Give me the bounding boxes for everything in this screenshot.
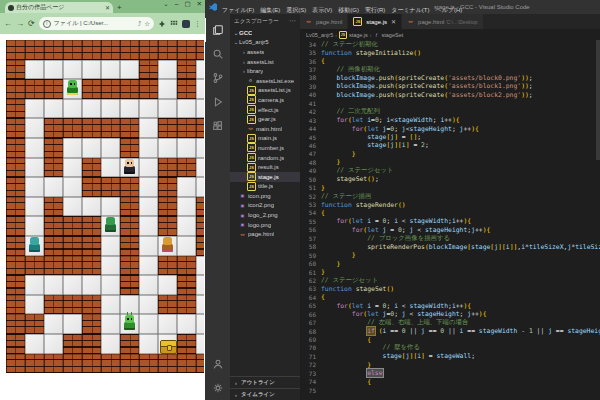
code-line-54[interactable]: 54{ [300, 209, 600, 217]
editor-tab-stage.js[interactable]: JSstage.js✕ [348, 14, 402, 29]
tree-item-result.js[interactable]: JSresult.js [230, 162, 300, 172]
code-line-45[interactable]: 45 stage[j] = []; [300, 133, 600, 141]
game-canvas[interactable] [6, 40, 204, 374]
minimize-icon[interactable]: – [175, 1, 179, 8]
tree-item-gear.js[interactable]: JSgear.js [230, 114, 300, 124]
code-line-38[interactable]: 38 blockImage.push(spriteCreate('assets/… [300, 74, 600, 82]
code-line-52[interactable]: 52// ステージ描画 [300, 192, 600, 200]
code-line-44[interactable]: 44 for(let j=0; j<stageHeight; j++){ [300, 124, 600, 132]
code-line-40[interactable]: 40 blockImage.push(spriteCreate('assets/… [300, 91, 600, 99]
menu-item[interactable]: ターミナル(T) [388, 7, 432, 13]
extensions-icon[interactable] [205, 114, 230, 138]
tab-close-icon[interactable]: ✕ [391, 18, 396, 25]
code-line-60[interactable]: 60 } [300, 259, 600, 267]
tree-item-page.html[interactable]: <>page.html [230, 229, 300, 239]
menu-item[interactable]: 表示(V) [309, 7, 335, 13]
tree-item-logo.png[interactable]: ▣logo.png [230, 220, 300, 230]
tree-item-Lv05_anjr5[interactable]: ⌄Lv05_anjr5 [230, 38, 300, 48]
menu-item[interactable]: 移動(G) [335, 7, 362, 13]
source-control-icon[interactable] [205, 66, 230, 90]
code-line-55[interactable]: 55 for(let i = 0; i < stageWidth;i++){ [300, 217, 600, 225]
forward-button[interactable]: → [16, 20, 24, 28]
code-line-43[interactable]: 43 for(let i=0; i<stageWidth; i++){ [300, 116, 600, 124]
code-line-62[interactable]: 62// ステージセット [300, 276, 600, 284]
code-editor[interactable]: 34// ステージ初期化35function stageInitialize()… [300, 40, 600, 400]
code-line-50[interactable]: 50 stageSet(); [300, 175, 600, 183]
code-line-63[interactable]: 63function stageSet() [300, 285, 600, 293]
share-icon[interactable]: ⤴ [138, 20, 141, 27]
code-line-53[interactable]: 53function stageRender() [300, 200, 600, 208]
tree-item-icon2.png[interactable]: ▣icon2.png [230, 201, 300, 211]
tree-item-main.js[interactable]: JSmain.js [230, 134, 300, 144]
code-line-74[interactable]: 74 { [300, 378, 600, 386]
menu-item[interactable]: 選択(S) [283, 7, 309, 13]
tree-item-number.js[interactable]: JSnumber.js [230, 143, 300, 153]
menu-item[interactable]: ファイル(F) [219, 7, 257, 13]
editor-tab-page.html[interactable]: <>page.html [300, 14, 348, 29]
editor-tab-page.html[interactable]: <>page.htmlC:\…\Desktop [402, 14, 483, 29]
tree-item-GCC[interactable]: ⌄GCC [230, 28, 300, 38]
search-icon[interactable] [205, 42, 230, 66]
new-tab-button[interactable]: + [117, 3, 122, 12]
outline-section[interactable]: › アウトライン [230, 376, 300, 388]
tree-item-library[interactable]: ›library [230, 66, 300, 76]
address-bar[interactable]: i ファイル | C:/User... ⤴ ☆ [39, 17, 154, 30]
reload-button[interactable]: ⟳ [28, 20, 35, 28]
browser-tab[interactable]: 自分の作品ページ ✕ [5, 2, 113, 13]
code-line-71[interactable]: 71 stage[j][i] = stageWall; [300, 352, 600, 360]
tree-item-effect.js[interactable]: JSeffect.js [230, 105, 300, 115]
page-info-icon[interactable]: i [43, 20, 51, 28]
code-line-75[interactable]: 75 [300, 386, 600, 394]
code-line-58[interactable]: 58 spriteRenderPos(blockImage[stage[j][i… [300, 243, 600, 251]
tree-item-camera.js[interactable]: JScamera.js [230, 95, 300, 105]
tree-item-assets[interactable]: ›assets [230, 47, 300, 57]
breadcrumb-item[interactable]: Lv05_anjr5 [306, 32, 333, 38]
tree-item-assetsList.js[interactable]: JSassetsList.js [230, 86, 300, 96]
timeline-section[interactable]: › タイムライン [230, 388, 300, 400]
code-line-49[interactable]: 49 // ステージセット [300, 167, 600, 175]
close-icon[interactable]: ✕ [197, 1, 202, 8]
kebab-menu-icon[interactable]: ⋮ [194, 20, 201, 28]
run-debug-icon[interactable] [205, 90, 230, 114]
tree-item-assetsList.exe[interactable]: ⚙assetsList.exe [230, 76, 300, 86]
code-line-67[interactable]: 67 // 左端、右端、上端、下端の場合 [300, 318, 600, 326]
editor-scrollbar[interactable] [596, 40, 600, 160]
code-line-37[interactable]: 37 // 画像初期化 [300, 65, 600, 73]
tree-item-title.js[interactable]: JStitle.js [230, 182, 300, 192]
tab-close-icon[interactable]: ✕ [105, 4, 110, 11]
code-line-59[interactable]: 59 } [300, 251, 600, 259]
apps-grid-icon[interactable] [170, 20, 178, 28]
code-line-46[interactable]: 46 stage[j][i] = 2; [300, 141, 600, 149]
code-line-73[interactable]: 73 else [300, 369, 600, 377]
menu-item[interactable]: 実行(R) [362, 7, 388, 13]
tree-item-random.js[interactable]: JSrandom.js [230, 153, 300, 163]
account-icon[interactable] [205, 352, 230, 376]
code-line-47[interactable]: 47 } [300, 150, 600, 158]
code-line-34[interactable]: 34// ステージ初期化 [300, 40, 600, 48]
code-line-68[interactable]: 68 if (i == 0 || j == 0 || i == stageWid… [300, 327, 600, 335]
tree-item-assetsList[interactable]: ›assetsList [230, 57, 300, 67]
bookmark-star-icon[interactable]: ☆ [144, 20, 150, 28]
extensions-puzzle-icon[interactable] [158, 20, 166, 28]
tree-item-stage.js[interactable]: JSstage.js [230, 172, 300, 182]
explorer-icon[interactable] [205, 18, 231, 42]
settings-gear-icon[interactable] [205, 376, 230, 400]
profile-avatar[interactable] [182, 20, 190, 28]
back-button[interactable]: ← [4, 20, 12, 28]
code-line-39[interactable]: 39 blockImage.push(spriteCreate('assets/… [300, 82, 600, 90]
code-line-57[interactable]: 57 // ブロック画像を描画する [300, 234, 600, 242]
tree-item-icon.png[interactable]: ▣icon.png [230, 191, 300, 201]
breadcrumb[interactable]: Lv05_anjr5›JSstage.js›ƒstageSet [300, 29, 600, 40]
breadcrumb-item[interactable]: stageSet [382, 32, 404, 38]
sidebar-more-actions-icon[interactable]: ⋯ [289, 17, 296, 25]
code-line-35[interactable]: 35function stageInitialize() [300, 48, 600, 56]
code-line-70[interactable]: 70 // 壁を作る [300, 344, 600, 352]
tree-item-main.html[interactable]: <>main.html [230, 124, 300, 134]
chevron-down-icon[interactable]: ⌄ [163, 1, 168, 8]
code-line-64[interactable]: 64{ [300, 293, 600, 301]
menu-item[interactable]: 編集(E) [257, 7, 283, 13]
maximize-icon[interactable]: ▢ [184, 1, 190, 8]
code-line-72[interactable]: 72 } [300, 361, 600, 369]
breadcrumb-item[interactable]: stage.js [349, 32, 368, 38]
code-line-42[interactable]: 42 // 二次元配列 [300, 108, 600, 116]
